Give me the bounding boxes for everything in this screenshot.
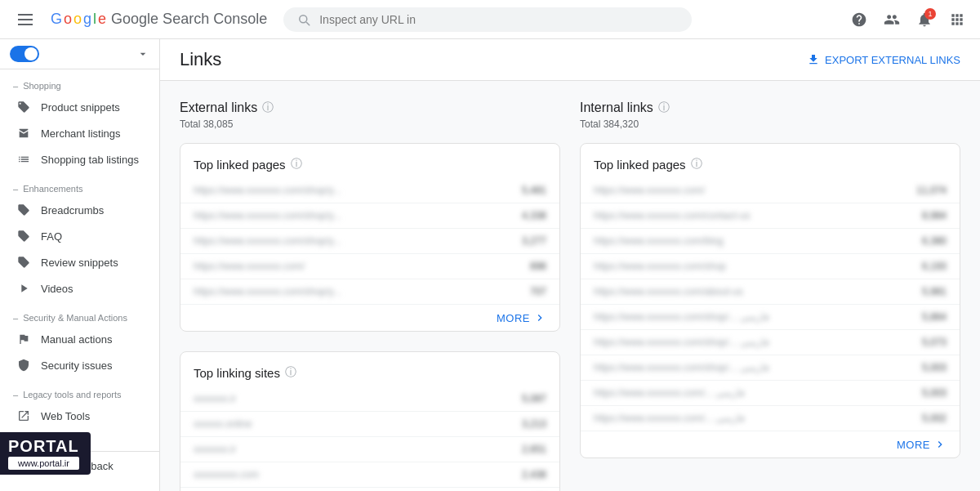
menu-button[interactable] xyxy=(10,6,41,33)
sidebar-section-enhancements: Enhancements Breadcrumbs FAQ Review snip… xyxy=(0,172,159,301)
sidebar-item-faq[interactable]: FAQ xyxy=(0,223,153,249)
section-title-security: Security & Manual Actions xyxy=(0,308,159,326)
card-title: Top linked pages ⓘ xyxy=(180,144,559,178)
shield-icon xyxy=(16,358,31,373)
apps-button[interactable] xyxy=(944,7,970,33)
property-chevron-icon xyxy=(136,47,149,60)
account-button[interactable] xyxy=(879,7,905,33)
people-icon xyxy=(884,11,900,28)
table-row: https://www.xxxxxxx.com/shop/... فارسی5,… xyxy=(581,330,960,355)
google-logo[interactable]: Google Google Search Console xyxy=(51,11,267,28)
table-row: https://www.xxxxxxx.com/898 xyxy=(180,254,559,279)
sidebar-item-label: Videos xyxy=(41,283,74,295)
table-row: xxxxxxxxx.com2,438 xyxy=(180,462,559,488)
main-layout: Shopping Product snippets Merchant listi… xyxy=(0,39,980,491)
property-selector[interactable] xyxy=(0,39,159,69)
sidebar-item-videos[interactable]: Videos xyxy=(0,275,153,301)
sidebar-item-label: Merchant listings xyxy=(41,127,121,140)
video-icon xyxy=(16,281,31,296)
notifications-button[interactable]: 1 xyxy=(911,7,938,33)
table-row: https://www.xxxxxxx.com/... فارسی5,002 xyxy=(581,406,960,431)
table-row: xxxxxx.online3,213 xyxy=(180,412,559,437)
sidebar-item-label: FAQ xyxy=(41,230,62,243)
internal-top-pages-more-button[interactable]: MORE xyxy=(897,438,947,451)
table-row: https://www.xxxxxxx.com/shop6,193 xyxy=(581,254,960,279)
flag-icon xyxy=(16,332,31,346)
property-toggle[interactable] xyxy=(10,46,39,62)
internal-links-total: Total 384,320 xyxy=(580,118,960,130)
sidebar-item-security-issues[interactable]: Security issues xyxy=(0,352,153,378)
sidebar-item-label: Shopping tab listings xyxy=(41,154,139,166)
download-icon xyxy=(807,53,820,66)
sidebar-item-breadcrumbs[interactable]: Breadcrumbs xyxy=(0,197,153,223)
card-title: Top linked pages ⓘ xyxy=(581,144,960,178)
content-area: Links EXPORT EXTERNAL LINKS External lin… xyxy=(160,39,980,491)
external-top-linking-sites-card: Top linking sites ⓘ xxxxxxx.ir5,087 xxxx… xyxy=(180,351,560,491)
table-row: xxxxxxx.ir2,651 xyxy=(180,437,559,462)
table-row: xxxxxxx.ir5,087 xyxy=(180,386,559,412)
card-info-icon[interactable]: ⓘ xyxy=(691,157,702,172)
breadcrumb-icon xyxy=(16,203,31,217)
table-row: https://www.xxxxxxx.com/contact-us8,984 xyxy=(581,203,960,229)
sidebar: Shopping Product snippets Merchant listi… xyxy=(0,39,160,491)
list-icon xyxy=(16,152,31,167)
sidebar-item-product-snippets[interactable]: Product snippets xyxy=(0,94,153,120)
page-title: Links xyxy=(180,49,221,70)
watermark: PORTAL www.portal.ir xyxy=(0,432,91,475)
topbar: Google Google Search Console 1 xyxy=(0,0,980,39)
chevron-right-icon xyxy=(933,438,947,451)
table-row: https://www.xxxxxxx.com/shop/... فارسی5,… xyxy=(581,355,960,381)
topbar-right: 1 xyxy=(846,7,970,33)
internal-top-linked-table: https://www.xxxxxxx.com/11,074 https://w… xyxy=(581,178,960,431)
section-title-enhancements: Enhancements xyxy=(0,179,159,197)
search-bar xyxy=(283,7,692,32)
card-info-icon[interactable]: ⓘ xyxy=(285,365,296,380)
sidebar-item-label: Web Tools xyxy=(41,410,90,422)
card-footer: MORE xyxy=(581,431,960,458)
section-title-shopping: Shopping xyxy=(0,76,159,94)
external-top-linked-pages-card: Top linked pages ⓘ https://www.xxxxxxx.c… xyxy=(180,143,560,332)
table-row: https://www.xxxxxxx.com/11,074 xyxy=(581,178,960,203)
sidebar-item-label: Review snippets xyxy=(41,257,118,269)
table-row: https://www.xxxxxxx.com/shop/... فارسی5,… xyxy=(581,305,960,330)
external-link-icon xyxy=(16,408,31,423)
card-info-icon[interactable]: ⓘ xyxy=(291,157,302,172)
table-row: https://www.xxxxxxx.com/shop/y...3,277 xyxy=(180,229,559,254)
table-row: https://www.xxxxxxx.com/... فارسی5,003 xyxy=(581,381,960,406)
content-header: Links EXPORT EXTERNAL LINKS xyxy=(160,39,980,81)
sidebar-item-merchant-listings[interactable]: Merchant listings xyxy=(0,120,153,146)
section-title-legacy: Legacy tools and reports xyxy=(0,385,159,403)
store-icon xyxy=(16,126,31,141)
content-body: External links ⓘ Total 38,085 Top linked… xyxy=(160,81,980,491)
sidebar-section-shopping: Shopping Product snippets Merchant listi… xyxy=(0,69,159,172)
sidebar-item-manual-actions[interactable]: Manual actions xyxy=(0,326,153,352)
external-top-linked-table: https://www.xxxxxxx.com/shop/y...5,481 h… xyxy=(180,178,559,304)
search-icon xyxy=(296,12,311,27)
internal-links-column: Internal links ⓘ Total 384,320 Top linke… xyxy=(580,100,960,491)
card-footer: MORE xyxy=(180,304,559,331)
external-top-pages-more-button[interactable]: MORE xyxy=(497,311,546,324)
chevron-right-icon xyxy=(533,311,546,324)
export-button[interactable]: EXPORT EXTERNAL LINKS xyxy=(807,53,960,66)
external-links-total: Total 38,085 xyxy=(180,118,560,130)
external-links-column: External links ⓘ Total 38,085 Top linked… xyxy=(180,100,560,491)
table-row: https://www.xxxxxxx.com/blog6,380 xyxy=(581,229,960,254)
sidebar-item-label: Breadcrumbs xyxy=(41,204,104,216)
sidebar-item-label: Manual actions xyxy=(41,333,112,346)
sidebar-item-review-snippets[interactable]: Review snippets xyxy=(0,249,153,275)
sidebar-item-shopping-tab[interactable]: Shopping tab listings xyxy=(0,146,153,172)
table-row: https://www.xxxxxxx.com/shop/y...5,481 xyxy=(180,178,559,203)
tag-icon xyxy=(16,100,31,114)
external-links-info-icon[interactable]: ⓘ xyxy=(262,100,274,115)
external-top-sites-table: xxxxxxx.ir5,087 xxxxxx.online3,213 xxxxx… xyxy=(180,386,559,491)
sidebar-section-legacy: Legacy tools and reports Web Tools xyxy=(0,378,159,429)
sidebar-section-security: Security & Manual Actions Manual actions… xyxy=(0,301,159,378)
product-name: Google Search Console xyxy=(111,11,267,28)
internal-links-title: Internal links ⓘ xyxy=(580,100,960,115)
help-icon xyxy=(851,11,867,28)
help-button[interactable] xyxy=(846,7,872,33)
sidebar-item-web-tools[interactable]: Web Tools xyxy=(0,403,153,429)
search-input[interactable] xyxy=(319,13,679,26)
internal-links-info-icon[interactable]: ⓘ xyxy=(658,100,670,115)
card-title: Top linking sites ⓘ xyxy=(180,352,559,386)
